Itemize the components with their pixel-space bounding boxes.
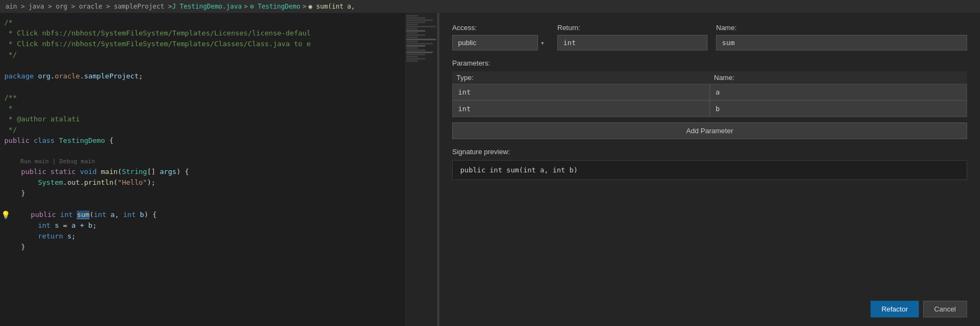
param-type-1-cell [452, 84, 710, 100]
editor-line: * Click nbfs://nbhost/SystemFileSystem/T… [0, 28, 405, 39]
param-type-1-input[interactable] [452, 84, 710, 100]
editor-line: public class TestingDemo { [0, 135, 405, 146]
type-col-header: Type: [452, 71, 710, 84]
editor-line: * @author atalati [0, 114, 405, 125]
name-input[interactable] [716, 35, 967, 50]
refactor-button[interactable]: Refactor [871, 301, 918, 317]
add-parameter-button[interactable]: Add Parameter [452, 122, 967, 139]
editor-line: * Click nbfs://nbhost/SystemFileSystem/T… [0, 39, 405, 49]
editor-line-sum: 💡 public int sum(int a, int b) { [0, 209, 405, 220]
access-return-name-row: Access: public protected private package… [452, 24, 967, 50]
editor-line: } [0, 242, 405, 252]
param-row-2 [452, 100, 967, 117]
parameters-table: Type: Name: [452, 71, 967, 117]
param-name-1-cell [710, 84, 967, 100]
editor-line [0, 82, 405, 92]
param-name-2-cell [710, 100, 967, 117]
param-type-2-cell [452, 100, 710, 117]
editor-pane: /* * Click nbfs://nbhost/SystemFileSyste… [0, 13, 405, 326]
editor-line: * [0, 103, 405, 114]
editor-line: /* [0, 17, 405, 28]
parameters-section: Parameters: Type: Name: [452, 59, 967, 139]
lightbulb-icon[interactable]: 💡 [1, 209, 10, 221]
param-type-2-input[interactable] [452, 100, 710, 117]
refactor-panel: Access: public protected private package… [439, 13, 980, 326]
editor-line: /** [0, 92, 405, 103]
access-select-wrapper: public protected private package [452, 35, 549, 50]
param-row-1 [452, 84, 967, 100]
editor-line: public static void main(String[] args) { [0, 166, 405, 177]
editor-line [0, 146, 405, 157]
access-label: Access: [452, 24, 549, 32]
editor-line: */ [0, 125, 405, 135]
breadcrumb: ain > java > org > oracle > sampleProjec… [0, 0, 980, 13]
breadcrumb-file: J TestingDemo.java [172, 3, 242, 10]
breadcrumb-class: ⚙ TestingDemo [250, 3, 300, 10]
signature-section: Signature preview: public int sum(int a,… [452, 148, 967, 180]
param-name-1-input[interactable] [710, 84, 967, 100]
return-input[interactable] [557, 35, 708, 50]
cancel-button[interactable]: Cancel [923, 301, 967, 317]
signature-label: Signature preview: [452, 148, 967, 156]
return-label: Return: [557, 24, 708, 32]
editor-minimap [405, 13, 437, 326]
access-field: Access: public protected private package [452, 24, 549, 50]
editor-line: package org.oracle.sampleProject; [0, 71, 405, 82]
editor-content: /* * Click nbfs://nbhost/SystemFileSyste… [0, 13, 405, 257]
name-field: Name: [716, 24, 967, 50]
editor-line: */ [0, 49, 405, 60]
name-label: Name: [716, 24, 967, 32]
param-name-2-input[interactable] [710, 100, 967, 117]
name-col-header: Name: [710, 71, 967, 84]
action-buttons: Refactor Cancel [452, 292, 967, 317]
parameters-label: Parameters: [452, 59, 967, 67]
editor-line [0, 60, 405, 71]
signature-preview: public int sum(int a, int b) [452, 160, 967, 180]
editor-line [0, 199, 405, 209]
breadcrumb-method: ◉ sum(int a, [308, 3, 355, 10]
editor-line: int s = a + b; [0, 220, 405, 231]
run-debug-hint[interactable]: Run main | Debug main [0, 157, 405, 166]
return-field: Return: [557, 24, 708, 50]
editor-line: return s; [0, 231, 405, 242]
breadcrumb-text: ain > java > org > oracle > sampleProjec… [5, 3, 172, 10]
editor-line: } [0, 188, 405, 199]
access-select[interactable]: public protected private package [452, 35, 538, 50]
editor-line: System.out.println("Hello"); [0, 177, 405, 188]
